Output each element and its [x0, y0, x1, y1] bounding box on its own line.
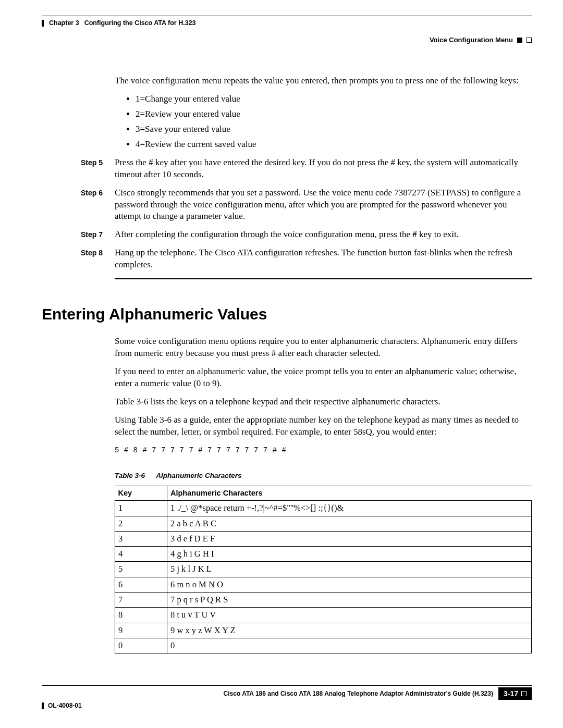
table-row: 55 j k l J K L [115, 562, 532, 577]
table-row: 33 d e f D E F [115, 531, 532, 546]
table-cell-chars: 8 t u v T U V [167, 608, 532, 623]
options-list: 1=Change your entered value 2=Review you… [136, 93, 532, 151]
table-row: 99 w x y z W X Y Z [115, 623, 532, 638]
table-cell-chars: 1 ./_\ @*space return +-!,?|~^#=$"''%<>[… [167, 501, 532, 516]
table-row: 66 m n o M N O [115, 577, 532, 592]
table-caption: Table 3-6 Alphanumeric Characters [115, 471, 532, 480]
step-text: Press the # key after you have entered t… [115, 157, 532, 181]
table-cell-key: 1 [115, 501, 167, 516]
table-cell-key: 2 [115, 516, 167, 531]
table-cell-chars: 5 j k l J K L [167, 562, 532, 577]
step-text: After completing the configuration throu… [115, 229, 532, 241]
section-heading: Entering Alphanumeric Values [42, 305, 532, 323]
footer-ol: OL-4008-01 [42, 702, 532, 709]
square-outline-icon [521, 691, 527, 696]
table-row: 22 a b c A B C [115, 516, 532, 531]
table-cell-key: 3 [115, 531, 167, 546]
chapter-header: Chapter 3 Configuring the Cisco ATA for … [42, 19, 532, 27]
square-outline-icon [527, 38, 532, 43]
table-row: 88 t u v T U V [115, 608, 532, 623]
chapter-label: Chapter 3 [49, 19, 79, 27]
page-footer: Cisco ATA 186 and Cisco ATA 188 Analog T… [42, 685, 532, 709]
table-title: Alphanumeric Characters [156, 472, 241, 479]
table-cell-chars: 0 [167, 638, 532, 653]
header-bar-icon [42, 20, 44, 27]
table-cell-chars: 4 g h i G H I [167, 547, 532, 562]
table-cell-key: 7 [115, 593, 167, 608]
table-row: 77 p q r s P Q R S [115, 593, 532, 608]
step-row: Step 6 Cisco strongly recommends that yo… [115, 187, 532, 223]
option-item: 3=Save your entered value [136, 124, 532, 135]
page-number: 3-17 [504, 689, 518, 698]
table-cell-key: 0 [115, 638, 167, 653]
intro-paragraph: The voice configuration menu repeats the… [115, 75, 532, 87]
step-label: Step 5 [42, 157, 104, 181]
step-label: Step 8 [42, 247, 104, 271]
table-row: 00 [115, 638, 532, 653]
table-cell-chars: 3 d e f D E F [167, 531, 532, 546]
table-cell-key: 6 [115, 577, 167, 592]
table-header-chars: Alphanumeric Characters [167, 486, 532, 501]
option-item: 4=Review the current saved value [136, 139, 532, 151]
table-cell-chars: 9 w x y z W X Y Z [167, 623, 532, 638]
body-paragraph: Some voice configuration menu options re… [115, 336, 532, 360]
table-cell-key: 4 [115, 547, 167, 562]
page-number-box: 3-17 [498, 687, 532, 700]
body-paragraph: Table 3-6 lists the keys on a telephone … [115, 396, 532, 408]
table-cell-key: 8 [115, 608, 167, 623]
table-cell-chars: 7 p q r s P Q R S [167, 593, 532, 608]
table-row: 44 g h i G H I [115, 547, 532, 562]
step-text: Cisco strongly recommends that you set a… [115, 187, 532, 223]
table-header-key: Key [115, 486, 167, 501]
option-item: 2=Review your entered value [136, 108, 532, 120]
step-label: Step 7 [42, 229, 104, 241]
step-row: Step 8 Hang up the telephone. The Cisco … [115, 247, 532, 271]
step-row: Step 7 After completing the configuratio… [115, 229, 532, 241]
table-number: Table 3-6 [115, 472, 145, 479]
table-cell-key: 5 [115, 562, 167, 577]
footer-ol-number: OL-4008-01 [48, 702, 82, 709]
chapter-title: Configuring the Cisco ATA for H.323 [84, 19, 196, 27]
body-paragraph: Using Table 3-6 as a guide, enter the ap… [115, 414, 532, 438]
footer-bar-icon [42, 702, 44, 709]
square-filled-icon [517, 38, 522, 43]
table-cell-chars: 6 m n o M N O [167, 577, 532, 592]
body-paragraph: If you need to enter an alphanumeric val… [115, 366, 532, 390]
code-example: 5 # 8 # 7 7 7 7 7 # 7 7 7 7 7 7 7 # # [115, 446, 532, 455]
table-row: 11 ./_\ @*space return +-!,?|~^#=$"''%<>… [115, 501, 532, 516]
section-header: Voice Configuration Menu [42, 36, 532, 44]
footer-doc-title: Cisco ATA 186 and Cisco ATA 188 Analog T… [42, 690, 498, 697]
section-title: Voice Configuration Menu [430, 36, 513, 44]
section-divider [115, 278, 532, 279]
table-cell-chars: 2 a b c A B C [167, 516, 532, 531]
step-row: Step 5 Press the # key after you have en… [115, 157, 532, 181]
table-cell-key: 9 [115, 623, 167, 638]
step-text: Hang up the telephone. The Cisco ATA con… [115, 247, 532, 271]
alphanumeric-table: Key Alphanumeric Characters 11 ./_\ @*sp… [115, 486, 532, 653]
step-label: Step 6 [42, 187, 104, 223]
option-item: 1=Change your entered value [136, 93, 532, 105]
